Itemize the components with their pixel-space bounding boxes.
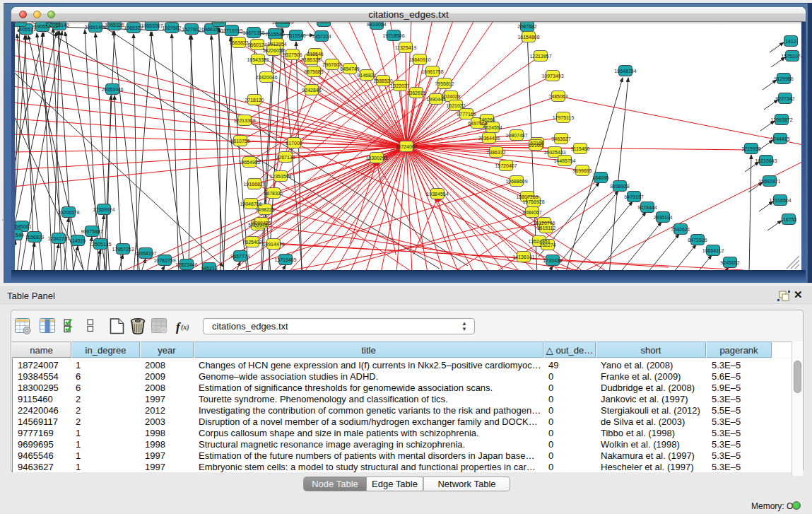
svg-text:13716485: 13716485 — [274, 257, 296, 262]
svg-text:114519: 114519 — [70, 238, 86, 243]
svg-text:18724007: 18724007 — [395, 144, 417, 149]
svg-text:16543382: 16543382 — [247, 57, 269, 62]
svg-text:15720407: 15720407 — [495, 163, 517, 168]
svg-text:9115460: 9115460 — [571, 146, 590, 151]
svg-text:16210643: 16210643 — [755, 158, 777, 163]
svg-text:116753: 116753 — [781, 217, 797, 222]
svg-text:7955812: 7955812 — [435, 81, 454, 86]
svg-text:12093872: 12093872 — [770, 117, 792, 122]
svg-text:20691406: 20691406 — [84, 25, 106, 30]
svg-text:1322037: 1322037 — [390, 83, 409, 88]
svg-text:6024028: 6024028 — [441, 94, 460, 99]
svg-text:12342737: 12342737 — [47, 236, 69, 241]
svg-text:10025433: 10025433 — [543, 150, 565, 155]
svg-text:10688609: 10688609 — [505, 179, 527, 184]
svg-text:2935114: 2935114 — [654, 215, 673, 220]
svg-text:9129966: 9129966 — [774, 76, 793, 81]
svg-text:817008: 817008 — [286, 141, 302, 146]
svg-text:10046786: 10046786 — [240, 201, 261, 206]
svg-text:16961758: 16961758 — [421, 69, 443, 74]
svg-text:1527602: 1527602 — [162, 25, 181, 30]
svg-text:7515546: 7515546 — [265, 32, 284, 37]
svg-text:3215938: 3215938 — [741, 146, 760, 151]
svg-text:3878332: 3878332 — [264, 191, 283, 196]
svg-text:17359924: 17359924 — [93, 207, 114, 212]
svg-text:15692871: 15692871 — [758, 179, 780, 184]
svg-text:9699695: 9699695 — [572, 168, 592, 173]
svg-text:10654112: 10654112 — [702, 248, 724, 253]
svg-text:20206578: 20206578 — [57, 210, 79, 215]
svg-text:58226058: 58226058 — [262, 48, 284, 53]
svg-text:252274: 252274 — [539, 243, 555, 247]
svg-text:12213957: 12213957 — [529, 54, 551, 59]
svg-text:1244415: 1244415 — [770, 136, 789, 141]
svg-text:1685061: 1685061 — [15, 224, 32, 229]
svg-text:9657774: 9657774 — [230, 254, 249, 259]
svg-text:7515546: 7515546 — [286, 33, 305, 38]
svg-text:9242848: 9242848 — [302, 88, 321, 93]
svg-text:9227342: 9227342 — [775, 96, 794, 101]
svg-text:19218506: 19218506 — [382, 33, 404, 38]
svg-text:7357224: 7357224 — [312, 34, 331, 39]
svg-text:16648784: 16648784 — [614, 69, 636, 74]
svg-text:818546: 818546 — [307, 52, 323, 57]
svg-text:8471626: 8471626 — [688, 238, 707, 243]
svg-text:7485063: 7485063 — [548, 94, 567, 99]
svg-text:20364436: 20364436 — [478, 136, 500, 141]
svg-text:8660124: 8660124 — [247, 42, 266, 47]
svg-text:8454749: 8454749 — [340, 66, 359, 71]
svg-text:1733436: 1733436 — [543, 258, 562, 263]
svg-text:6966160: 6966160 — [201, 27, 220, 32]
svg-text:2718120: 2718120 — [245, 98, 264, 103]
svg-text:9875685: 9875685 — [304, 69, 323, 74]
svg-text:1412: 1412 — [785, 39, 796, 44]
svg-text:12505135: 12505135 — [89, 242, 111, 247]
svg-text:14495754: 14495754 — [553, 158, 575, 163]
svg-text:7625402: 7625402 — [242, 240, 261, 245]
svg-text:10807487: 10807487 — [505, 133, 527, 138]
svg-text:8186328: 8186328 — [301, 57, 320, 62]
svg-text:10958197: 10958197 — [134, 251, 156, 256]
svg-text:3267130: 3267130 — [276, 155, 295, 160]
svg-text:6479197: 6479197 — [624, 194, 643, 199]
svg-text:12213369: 12213369 — [233, 118, 255, 123]
svg-text:1588520: 1588520 — [373, 78, 392, 83]
svg-text:90975887: 90975887 — [81, 229, 102, 234]
svg-text:9777169: 9777169 — [457, 112, 476, 117]
svg-text:19384554: 19384554 — [426, 192, 448, 197]
svg-text:17016504: 17016504 — [769, 198, 791, 203]
svg-text:9498222: 9498222 — [255, 207, 274, 212]
svg-text:18640910: 18640910 — [408, 57, 430, 62]
svg-text:7663822: 7663822 — [229, 40, 248, 45]
svg-text:746266: 746266 — [478, 117, 495, 122]
svg-text:10782759: 10782759 — [153, 258, 175, 263]
svg-text:10973493: 10973493 — [541, 74, 563, 78]
svg-text:4099485: 4099485 — [252, 221, 271, 226]
svg-text:1621022: 1621022 — [446, 103, 465, 108]
svg-text:9474444: 9474444 — [637, 205, 657, 210]
svg-text:12823446: 12823446 — [175, 262, 197, 267]
svg-text:7632621: 7632621 — [671, 227, 690, 232]
svg-text:9327506: 9327506 — [283, 52, 302, 57]
svg-text:9084067: 9084067 — [522, 210, 541, 215]
svg-text:15751074: 15751074 — [781, 54, 801, 59]
svg-text:9146821: 9146821 — [357, 73, 376, 78]
svg-text:23420046: 23420046 — [255, 75, 277, 80]
svg-text:19756928: 19756928 — [522, 199, 544, 204]
svg-text:9245652: 9245652 — [720, 260, 739, 265]
svg-text:17975115: 17975115 — [553, 115, 575, 120]
svg-text:1610755: 1610755 — [230, 139, 249, 144]
svg-text:1615112: 1615112 — [537, 226, 556, 230]
svg-text:1405571: 1405571 — [16, 27, 35, 32]
svg-text:26053346: 26053346 — [101, 87, 123, 92]
svg-text:16120746: 16120746 — [533, 221, 555, 226]
svg-text:19166827: 19166827 — [243, 182, 265, 187]
svg-text:945213: 945213 — [201, 266, 217, 271]
svg-text:1527602: 1527602 — [182, 27, 201, 32]
svg-text:3624554: 3624554 — [483, 125, 502, 130]
svg-text:18807269: 18807269 — [516, 194, 538, 199]
svg-text:(x): (x) — [181, 323, 189, 332]
svg-text:17957253: 17957253 — [112, 247, 134, 252]
svg-text:10671355: 10671355 — [242, 30, 264, 35]
svg-text:18300295: 18300295 — [365, 156, 387, 160]
